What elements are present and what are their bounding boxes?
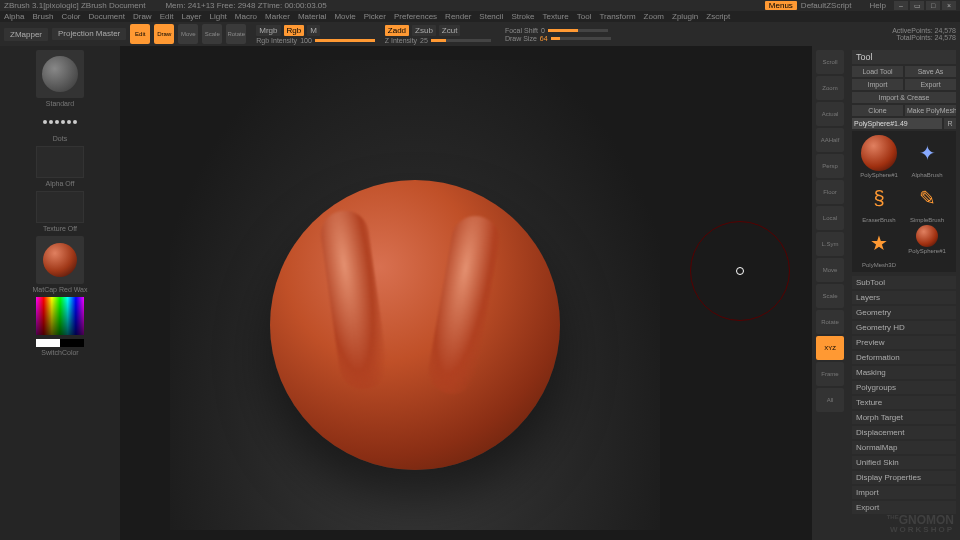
menu-draw[interactable]: Draw: [133, 12, 152, 21]
floor-icon[interactable]: Floor: [816, 180, 844, 204]
all-icon[interactable]: All: [816, 388, 844, 412]
tool-polymesh3d[interactable]: ★PolyMesh3D: [856, 225, 902, 268]
menu-light[interactable]: Light: [209, 12, 226, 21]
actual-icon[interactable]: Actual: [816, 102, 844, 126]
clone-button[interactable]: Clone: [852, 105, 903, 116]
zadd-button[interactable]: Zadd: [385, 25, 409, 36]
menu-document[interactable]: Document: [89, 12, 125, 21]
menu-preferences[interactable]: Preferences: [394, 12, 437, 21]
load-tool-button[interactable]: Load Tool: [852, 66, 903, 77]
section-unified-skin[interactable]: Unified Skin: [852, 456, 956, 469]
section-polygroups[interactable]: Polygroups: [852, 381, 956, 394]
menu-macro[interactable]: Macro: [235, 12, 257, 21]
save-as-button[interactable]: Save As: [905, 66, 956, 77]
section-layers[interactable]: Layers: [852, 291, 956, 304]
section-deformation[interactable]: Deformation: [852, 351, 956, 364]
section-import[interactable]: Import: [852, 486, 956, 499]
default-zscript[interactable]: DefaultZScript: [801, 1, 852, 10]
viewport[interactable]: [170, 60, 660, 530]
scale-nav-icon[interactable]: Scale: [816, 284, 844, 308]
aahalf-icon[interactable]: AAHalf: [816, 128, 844, 152]
tool-polysphere-2[interactable]: PolySphere#1: [904, 225, 950, 268]
brush-thumbnail[interactable]: [36, 50, 84, 98]
section-geometry-hd[interactable]: Geometry HD: [852, 321, 956, 334]
rotate-button[interactable]: Rotate: [226, 24, 246, 44]
focal-shift-slider[interactable]: [548, 29, 608, 32]
move-nav-icon[interactable]: Move: [816, 258, 844, 282]
rgb-intensity-slider[interactable]: [315, 39, 375, 42]
tool-simplebrush[interactable]: ✎SimpleBrush: [904, 180, 950, 223]
menu-material[interactable]: Material: [298, 12, 326, 21]
scale-button[interactable]: Scale: [202, 24, 222, 44]
z-intensity-slider[interactable]: [431, 39, 491, 42]
export-button[interactable]: Export: [905, 79, 956, 90]
menu-alpha[interactable]: Alpha: [4, 12, 24, 21]
zcut-button[interactable]: Zcut: [439, 25, 461, 36]
local-icon[interactable]: Local: [816, 206, 844, 230]
import-button[interactable]: Import: [852, 79, 903, 90]
menus-button[interactable]: Menus: [765, 1, 797, 10]
projection-master-button[interactable]: Projection Master: [52, 28, 126, 40]
alpha-thumbnail[interactable]: [36, 146, 84, 178]
menu-movie[interactable]: Movie: [334, 12, 355, 21]
close-icon[interactable]: ×: [942, 1, 956, 10]
import-crease-button[interactable]: Import & Crease: [852, 92, 956, 103]
m-button[interactable]: M: [307, 25, 320, 36]
menu-zoom[interactable]: Zoom: [644, 12, 664, 21]
section-subtool[interactable]: SubTool: [852, 276, 956, 289]
menu-texture[interactable]: Texture: [543, 12, 569, 21]
section-displacement[interactable]: Displacement: [852, 426, 956, 439]
tool-alphabrush[interactable]: ✦AlphaBrush: [904, 135, 950, 178]
menu-tool[interactable]: Tool: [577, 12, 592, 21]
minimize-icon[interactable]: –: [894, 1, 908, 10]
texture-thumbnail[interactable]: [36, 191, 84, 223]
restore-icon[interactable]: ▭: [910, 1, 924, 10]
xyz-icon[interactable]: XYZ: [816, 336, 844, 360]
menu-layer[interactable]: Layer: [181, 12, 201, 21]
make-polymesh-button[interactable]: Make PolyMesh3D: [905, 105, 956, 116]
mrgb-button[interactable]: Mrgb: [256, 25, 280, 36]
maximize-icon[interactable]: □: [926, 1, 940, 10]
section-display-properties[interactable]: Display Properties: [852, 471, 956, 484]
edit-button[interactable]: Edit: [130, 24, 150, 44]
color-picker[interactable]: [36, 297, 84, 335]
rotate-nav-icon[interactable]: Rotate: [816, 310, 844, 334]
rgb-button[interactable]: Rgb: [284, 25, 305, 36]
persp-icon[interactable]: Persp: [816, 154, 844, 178]
menu-picker[interactable]: Picker: [364, 12, 386, 21]
z-intensity-label: Z Intensity: [385, 37, 417, 44]
menu-transform[interactable]: Transform: [599, 12, 635, 21]
menu-edit[interactable]: Edit: [160, 12, 174, 21]
frame-icon[interactable]: Frame: [816, 362, 844, 386]
zsub-button[interactable]: Zsub: [412, 25, 436, 36]
section-morph-target[interactable]: Morph Target: [852, 411, 956, 424]
zmapper-button[interactable]: ZMapper: [4, 28, 48, 41]
section-geometry[interactable]: Geometry: [852, 306, 956, 319]
menu-marker[interactable]: Marker: [265, 12, 290, 21]
menu-stroke[interactable]: Stroke: [511, 12, 534, 21]
draw-size-slider[interactable]: [551, 37, 611, 40]
material-thumbnail[interactable]: [36, 236, 84, 284]
section-masking[interactable]: Masking: [852, 366, 956, 379]
draw-button[interactable]: Draw: [154, 24, 174, 44]
switch-color[interactable]: SwitchColor: [41, 349, 78, 356]
zoom-icon[interactable]: Zoom: [816, 76, 844, 100]
section-texture[interactable]: Texture: [852, 396, 956, 409]
scroll-icon[interactable]: Scroll: [816, 50, 844, 74]
menu-render[interactable]: Render: [445, 12, 471, 21]
move-button[interactable]: Move: [178, 24, 198, 44]
menu-zplugin[interactable]: Zplugin: [672, 12, 698, 21]
lsym-icon[interactable]: L.Sym: [816, 232, 844, 256]
tool-eraserbrush[interactable]: §EraserBrush: [856, 180, 902, 223]
menu-brush[interactable]: Brush: [32, 12, 53, 21]
stroke-thumbnail[interactable]: [36, 111, 84, 133]
menu-stencil[interactable]: Stencil: [479, 12, 503, 21]
menu-color[interactable]: Color: [61, 12, 80, 21]
tool-polysphere[interactable]: PolySphere#1: [856, 135, 902, 178]
r-flag[interactable]: R: [944, 118, 956, 129]
menu-zscript[interactable]: Zscript: [706, 12, 730, 21]
color-swatches[interactable]: [36, 339, 84, 347]
help-link[interactable]: Help: [870, 1, 886, 10]
section-normalmap[interactable]: NormalMap: [852, 441, 956, 454]
section-preview[interactable]: Preview: [852, 336, 956, 349]
